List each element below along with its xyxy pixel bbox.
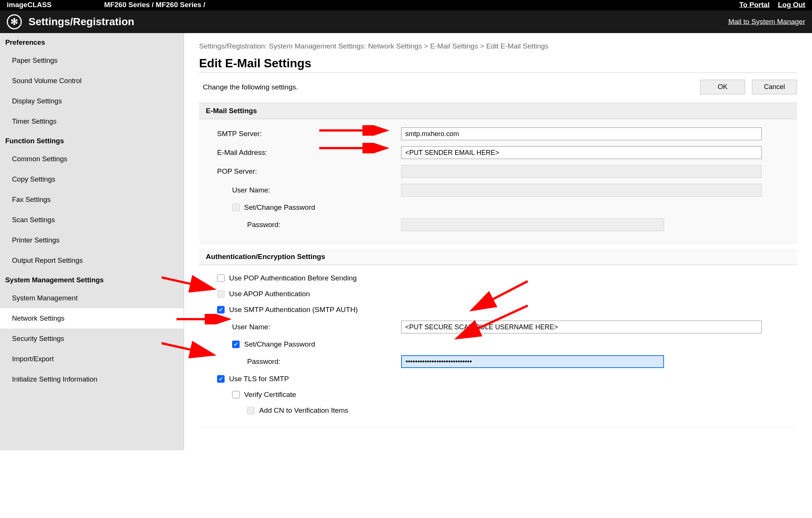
checkbox-row-verify-certificate: Verify Certificate [206, 387, 790, 403]
sidebar-item-network-settings[interactable]: Network Settings [0, 308, 184, 329]
instruction-text: Change the following settings. [203, 83, 298, 91]
sidebar-item-timer-settings[interactable]: Timer Settings [0, 111, 184, 132]
label-add-cn: Add CN to Verification Items [259, 406, 349, 415]
label-pop-server: POP Server: [206, 167, 401, 176]
pop-server-input[interactable] [401, 165, 762, 178]
label-use-tls-smtp: Use TLS for SMTP [229, 375, 289, 383]
checkbox-row-use-tls-smtp: Use TLS for SMTP [206, 371, 790, 387]
sidebar-item-initialize-setting-information[interactable]: Initialize Setting Information [0, 369, 184, 389]
pop-user-name-input[interactable] [401, 184, 762, 197]
model-label: MF260 Series / MF260 Series / [104, 1, 205, 9]
checkbox-pop-set-change-password[interactable] [232, 204, 240, 211]
mail-system-manager-link[interactable]: Mail to System Manager [728, 18, 805, 26]
smtp-server-input[interactable] [401, 127, 762, 140]
sidebar-item-fax-settings[interactable]: Fax Settings [0, 189, 184, 210]
ok-button[interactable]: OK [700, 80, 745, 94]
secondbar-title: Settings/Registration [29, 16, 134, 28]
to-portal-link[interactable]: To Portal [739, 1, 770, 9]
label-smtp-server: SMTP Server: [206, 130, 401, 138]
main-content: Settings/Registration: System Management… [184, 33, 812, 450]
label-use-apop-auth: Use APOP Authentication [229, 290, 310, 298]
checkbox-row-add-cn: Add CN to Verification Items [206, 403, 790, 418]
logout-link[interactable]: Log Out [778, 1, 805, 9]
checkbox-row-smtp-set-change-password: Set/Change Password [206, 336, 790, 352]
sidebar-item-output-report-settings[interactable]: Output Report Settings [0, 250, 184, 271]
sidebar-item-printer-settings[interactable]: Printer Settings [0, 230, 184, 250]
sidebar-item-security-settings[interactable]: Security Settings [0, 329, 184, 349]
sidebar-heading-function: Function Settings [0, 132, 184, 149]
sidebar-item-paper-settings[interactable]: Paper Settings [0, 50, 184, 71]
gear-icon: ✻ [7, 14, 22, 29]
label-smtp-password: Password: [206, 357, 401, 366]
label-use-smtp-auth: Use SMTP Authentication (SMTP AUTH) [229, 306, 358, 314]
sidebar-heading-system-management: System Management Settings [0, 271, 184, 288]
checkbox-use-tls-smtp[interactable] [217, 375, 225, 383]
breadcrumb: Settings/Registration: System Management… [199, 42, 797, 50]
smtp-password-input[interactable] [401, 355, 664, 368]
checkbox-row-use-pop-auth: Use POP Authentication Before Sending [206, 270, 790, 286]
section-body-email-settings: SMTP Server: E-Mail Address: POP Server:… [199, 119, 797, 244]
sidebar-item-import-export[interactable]: Import/Export [0, 349, 184, 369]
sidebar-item-scan-settings[interactable]: Scan Settings [0, 210, 184, 230]
sidebar: Preferences Paper Settings Sound Volume … [0, 33, 184, 450]
section-body-auth-encryption: Use POP Authentication Before Sending Us… [199, 265, 797, 428]
top-bar: imageCLASS MF260 Series / MF260 Series /… [0, 0, 812, 11]
email-address-input[interactable] [401, 146, 762, 159]
checkbox-verify-certificate[interactable] [232, 391, 240, 398]
secondary-bar: ✻ Settings/Registration Mail to System M… [0, 11, 812, 33]
checkbox-row-use-smtp-auth: Use SMTP Authentication (SMTP AUTH) [206, 302, 790, 318]
checkbox-use-apop-auth[interactable] [217, 290, 225, 298]
pop-password-input[interactable] [401, 218, 664, 231]
brand-label: imageCLASS [7, 1, 51, 9]
label-pop-set-change-password: Set/Change Password [244, 203, 315, 212]
label-smtp-set-change-password: Set/Change Password [244, 340, 315, 348]
label-email-address: E-Mail Address: [206, 148, 401, 157]
sidebar-item-display-settings[interactable]: Display Settings [0, 91, 184, 111]
label-pop-password: Password: [206, 221, 401, 229]
label-smtp-user-name: User Name: [206, 323, 401, 331]
sidebar-item-system-management[interactable]: System Management [0, 288, 184, 308]
cancel-button[interactable]: Cancel [752, 80, 797, 94]
checkbox-row-pop-set-change-password: Set/Change Password [206, 200, 790, 215]
label-verify-certificate: Verify Certificate [244, 391, 296, 399]
sidebar-item-sound-volume[interactable]: Sound Volume Control [0, 71, 184, 91]
checkbox-row-use-apop-auth: Use APOP Authentication [206, 286, 790, 302]
sidebar-item-common-settings[interactable]: Common Settings [0, 149, 184, 169]
smtp-user-name-input[interactable] [401, 321, 762, 333]
sidebar-item-copy-settings[interactable]: Copy Settings [0, 169, 184, 189]
label-use-pop-auth: Use POP Authentication Before Sending [229, 274, 357, 282]
sidebar-heading-preferences: Preferences [0, 33, 184, 50]
page-title: Edit E-Mail Settings [199, 56, 797, 73]
section-header-auth-encryption: Authentication/Encryption Settings [199, 249, 797, 265]
label-pop-user-name: User Name: [206, 186, 401, 194]
checkbox-use-pop-auth[interactable] [217, 274, 225, 282]
checkbox-use-smtp-auth[interactable] [217, 306, 225, 314]
checkbox-smtp-set-change-password[interactable] [232, 341, 240, 348]
section-header-email-settings: E-Mail Settings [199, 103, 797, 119]
checkbox-add-cn[interactable] [247, 407, 255, 414]
